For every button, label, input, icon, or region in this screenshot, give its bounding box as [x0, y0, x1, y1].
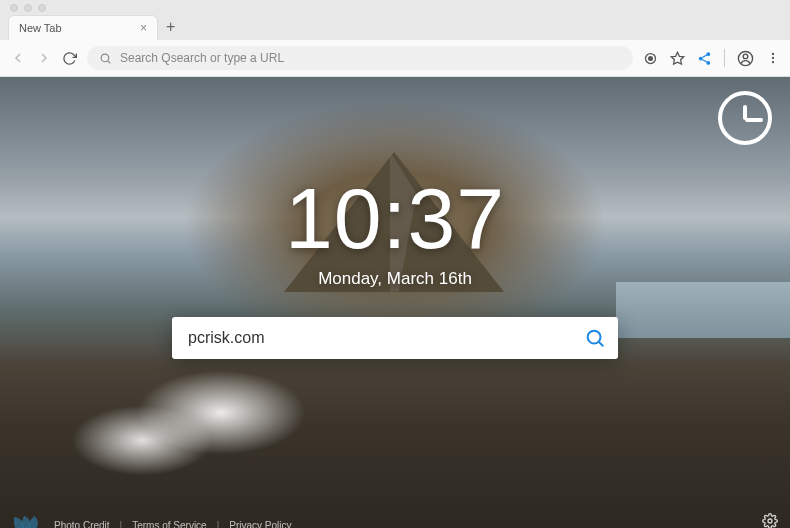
- reload-button[interactable]: [62, 51, 77, 66]
- footer-sep: |: [120, 520, 123, 529]
- svg-point-2: [649, 56, 653, 60]
- center-widget: 10:37 Monday, March 16th: [0, 175, 790, 359]
- footer-logo-icon: [14, 517, 44, 528]
- page-content: 10:37 Monday, March 16th Photo Credit | …: [0, 77, 790, 528]
- search-input[interactable]: [188, 317, 584, 359]
- close-icon[interactable]: ×: [140, 21, 147, 35]
- tab-title: New Tab: [19, 22, 62, 34]
- toolbar-divider: [724, 49, 725, 67]
- svg-point-13: [768, 519, 772, 523]
- photo-credit-link[interactable]: Photo Credit: [54, 520, 110, 529]
- privacy-link[interactable]: Privacy Policy: [229, 520, 291, 529]
- search-box: [172, 317, 618, 359]
- svg-point-12: [588, 331, 601, 344]
- forward-button[interactable]: [36, 50, 52, 66]
- magnifier-icon: [584, 327, 606, 349]
- new-tab-button[interactable]: +: [158, 14, 183, 40]
- svg-marker-3: [671, 52, 684, 64]
- clock-icon[interactable]: [718, 91, 772, 145]
- svg-point-5: [699, 56, 703, 60]
- toolbar-icons: [643, 49, 780, 67]
- window-minimize-dot[interactable]: [24, 4, 32, 12]
- svg-point-9: [772, 53, 774, 55]
- share-icon[interactable]: [697, 51, 712, 66]
- back-button[interactable]: [10, 50, 26, 66]
- url-placeholder: Search Qsearch or type a URL: [120, 51, 284, 65]
- time-display: 10:37: [285, 175, 505, 261]
- svg-point-10: [772, 57, 774, 59]
- toolbar: Search Qsearch or type a URL: [0, 40, 790, 77]
- search-icon: [99, 52, 112, 65]
- svg-point-6: [706, 61, 710, 65]
- menu-icon[interactable]: [766, 51, 780, 65]
- gear-icon[interactable]: [762, 513, 778, 528]
- svg-point-8: [743, 54, 748, 59]
- search-button[interactable]: [584, 327, 606, 349]
- window-close-dot[interactable]: [10, 4, 18, 12]
- window-maximize-dot[interactable]: [38, 4, 46, 12]
- star-icon[interactable]: [670, 51, 685, 66]
- url-bar[interactable]: Search Qsearch or type a URL: [87, 46, 633, 70]
- tab-bar: New Tab × +: [0, 12, 790, 40]
- svg-point-0: [101, 54, 109, 62]
- terms-link[interactable]: Terms of Service: [132, 520, 206, 529]
- footer-sep: |: [217, 520, 220, 529]
- target-icon[interactable]: [643, 51, 658, 66]
- tab-new-tab[interactable]: New Tab ×: [8, 15, 158, 40]
- profile-icon[interactable]: [737, 50, 754, 67]
- date-display: Monday, March 16th: [318, 269, 472, 289]
- svg-point-11: [772, 61, 774, 63]
- footer: Photo Credit | Terms of Service | Privac…: [0, 507, 790, 528]
- window-controls: [0, 0, 790, 12]
- svg-point-4: [706, 52, 710, 56]
